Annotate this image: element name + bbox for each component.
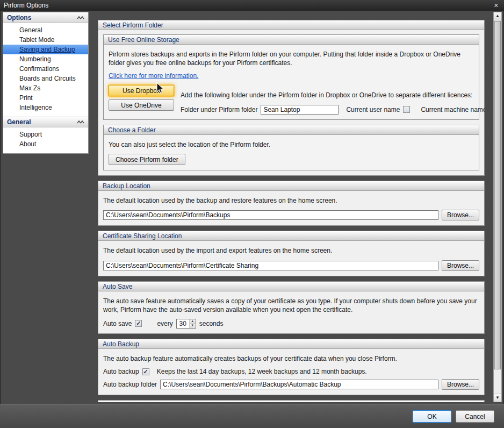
folder-under-pirform-label: Folder under Pirform folder [181, 106, 257, 113]
sidebar-item-max-zs[interactable]: Max Zs [3, 83, 88, 93]
window-title: Pirform Options [4, 2, 48, 9]
sidebar-item-print[interactable]: Print [3, 93, 88, 103]
sidebar-item-intelligence[interactable]: Intelligence [3, 103, 88, 112]
group-use-free-online-storage-title: Use Free Online Storage [104, 35, 479, 45]
auto-save-every-label: every [157, 320, 172, 327]
use-dropbox-button[interactable]: Use Dropbox [109, 85, 174, 96]
sidebar-item-boards-and-circuits[interactable]: Boards and Circuits [3, 74, 88, 83]
auto-backup-checkbox[interactable]: ✓ [142, 368, 149, 375]
online-storage-description: Pirform stores backups and exports in th… [109, 50, 474, 67]
group-backup-location-title: Backup Location [98, 181, 484, 191]
cancel-button[interactable]: Cancel [456, 410, 494, 423]
choose-pirform-folder-button[interactable]: Choose Pirform folder [109, 154, 185, 165]
sidebar-general-items: Support About [3, 127, 88, 153]
certificate-sharing-browse-button[interactable]: Browse... [442, 260, 479, 271]
group-backup-location: Backup Location The default location use… [98, 181, 485, 226]
group-select-pirform-folder: Select Pirform Folder Use Free Online St… [98, 20, 485, 176]
auto-backup-folder-input[interactable] [160, 380, 438, 389]
titlebar: Pirform Options ✕ [0, 0, 504, 11]
settings-panel: Select Pirform Folder Use Free Online St… [98, 20, 485, 402]
sidebar-item-tablet-mode[interactable]: Tablet Mode [3, 35, 88, 45]
auto-save-interval-stepper[interactable]: 30 ▲ ▼ [176, 319, 196, 329]
stepper-down-icon[interactable]: ▼ [190, 324, 196, 328]
group-auto-save: Auto Save The auto save feature automati… [98, 281, 485, 334]
group-choose-a-folder: Choose a Folder You can also just select… [103, 125, 479, 170]
auto-save-label: Auto save [103, 320, 132, 327]
sidebar-item-confirmations[interactable]: Confirmations [3, 64, 88, 74]
auto-backup-label: Auto backup [103, 368, 139, 375]
ok-button[interactable]: OK [413, 410, 451, 423]
auto-backup-folder-label: Auto backup folder [103, 381, 157, 388]
current-machine-name-label: Current machine name [421, 106, 485, 113]
auto-save-checkbox[interactable]: ✓ [135, 320, 142, 327]
dialog-footer: OK Cancel [0, 404, 504, 428]
group-select-pirform-folder-title: Select Pirform Folder [98, 20, 484, 30]
group-certificate-sharing-location: Certificate Sharing Location The default… [98, 231, 485, 276]
dropbox-note: Add the following folder under the Pirfo… [181, 91, 485, 100]
backup-location-browse-button[interactable]: Browse... [442, 210, 479, 220]
sidebar-item-support[interactable]: Support [3, 130, 88, 139]
sidebar-group-general-label: General [7, 118, 31, 126]
folder-under-pirform-input[interactable] [261, 105, 339, 115]
more-information-link[interactable]: Click here for more information. [109, 72, 198, 80]
choose-folder-description: You can also just select the location of… [109, 140, 474, 149]
group-auto-save-title: Auto Save [98, 282, 484, 291]
collapse-chevron-icon [77, 120, 84, 124]
sidebar-group-options-label: Options [7, 14, 31, 22]
auto-backup-description: The auto backup feature automatically cr… [103, 354, 479, 363]
collapse-chevron-icon [77, 16, 84, 20]
group-auto-export: Auto Export If auto export is turned on,… [98, 400, 485, 402]
auto-backup-browse-button[interactable]: Browse... [442, 379, 479, 390]
current-user-name-checkbox[interactable] [403, 106, 410, 113]
group-use-free-online-storage: Use Free Online Storage Pirform stores b… [103, 34, 479, 120]
sidebar-options-items: General Tablet Mode Saving and Backup Nu… [3, 23, 88, 117]
sidebar-item-about[interactable]: About [3, 139, 88, 149]
group-auto-backup-title: Auto Backup [98, 339, 484, 349]
backup-location-description: The default location used by the backup … [103, 196, 479, 205]
group-certificate-sharing-title: Certificate Sharing Location [98, 231, 484, 241]
auto-backup-keeps-label: Keeps the last 14 day backups, 12 week b… [157, 368, 367, 375]
sidebar-group-general[interactable]: General [3, 117, 88, 127]
certificate-sharing-input[interactable] [103, 261, 438, 270]
vertical-scrollbar[interactable]: ▲ ▼ [493, 12, 502, 402]
use-onedrive-button[interactable]: Use OneDrive [109, 99, 174, 111]
auto-save-interval-value[interactable]: 30 [177, 319, 189, 328]
sidebar-item-saving-and-backup[interactable]: Saving and Backup [3, 45, 88, 54]
scroll-down-icon[interactable]: ▼ [494, 394, 501, 402]
current-user-name-label: Current user name [346, 106, 400, 113]
auto-save-description: The auto save feature automatically save… [103, 297, 479, 314]
certificate-sharing-description: The default location used by the import … [103, 246, 479, 255]
sidebar-group-options[interactable]: Options [3, 12, 88, 23]
group-auto-export-title: Auto Export [98, 401, 484, 402]
close-icon[interactable]: ✕ [493, 2, 500, 9]
scroll-up-icon[interactable]: ▲ [494, 12, 501, 20]
sidebar: Options General Tablet Mode Saving and B… [3, 12, 89, 154]
backup-location-input[interactable] [103, 210, 438, 220]
stepper-up-icon[interactable]: ▲ [190, 319, 196, 324]
sidebar-item-general[interactable]: General [3, 25, 88, 35]
scrollbar-thumb[interactable] [494, 21, 501, 369]
sidebar-item-numbering[interactable]: Numbering [3, 54, 88, 64]
group-auto-backup: Auto Backup The auto backup feature auto… [98, 339, 485, 395]
auto-save-seconds-label: seconds [199, 320, 224, 327]
group-choose-a-folder-title: Choose a Folder [104, 125, 479, 135]
